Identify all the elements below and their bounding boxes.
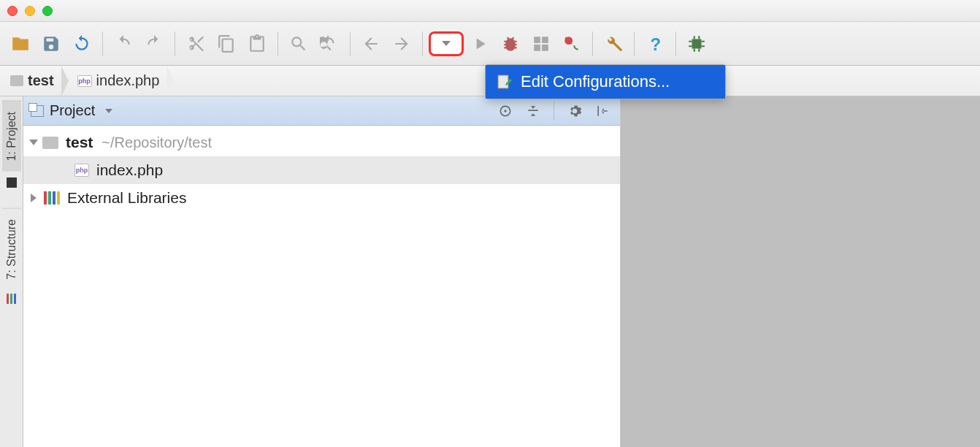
structure-icon	[7, 294, 16, 304]
chip-button[interactable]	[682, 29, 711, 58]
wrench-gear-icon	[604, 34, 623, 53]
breadcrumb-file[interactable]: php index.php	[72, 66, 167, 96]
php-file-icon: php	[74, 164, 89, 177]
paste-button[interactable]	[242, 29, 272, 58]
undo-button[interactable]	[109, 29, 138, 58]
folder-icon	[10, 75, 23, 86]
left-tool-strip: 1: Project 7: Structure	[0, 96, 23, 447]
replace-button[interactable]	[315, 29, 344, 58]
svg-point-5	[504, 110, 506, 112]
breadcrumb-label: test	[28, 72, 54, 89]
main-area: Project test ~/Repository/test php index…	[23, 96, 980, 447]
find-button[interactable]	[284, 29, 313, 58]
panel-settings-button[interactable]	[564, 101, 585, 121]
search-replace-icon	[320, 34, 339, 53]
scissors-icon	[186, 34, 205, 53]
tree-root-row[interactable]: test ~/Repository/test	[23, 129, 620, 156]
caret-down-icon	[442, 41, 451, 46]
toolbar-separator	[675, 31, 676, 56]
toolbar-separator	[102, 31, 103, 56]
debug-listen-button[interactable]	[557, 29, 586, 58]
tree-external-libs-row[interactable]: External Libraries	[23, 184, 620, 212]
coverage-icon	[532, 34, 551, 53]
toolbar-separator	[592, 31, 593, 56]
expand-arrow-icon[interactable]	[31, 194, 37, 202]
collapse-all-button[interactable]	[523, 101, 543, 121]
libraries-icon	[44, 191, 60, 205]
toolbar-separator	[350, 31, 351, 56]
run-configurations-dropdown[interactable]	[429, 31, 464, 56]
window-close-button[interactable]	[7, 6, 18, 16]
back-button[interactable]	[356, 29, 386, 58]
run-configurations-menu: Edit Configurations...	[485, 64, 726, 99]
paste-icon	[248, 34, 267, 53]
target-icon	[498, 104, 513, 118]
phone-bug-icon	[562, 34, 581, 53]
play-icon	[470, 34, 489, 53]
svg-rect-3	[498, 75, 508, 88]
collapse-icon	[526, 104, 540, 118]
locate-button[interactable]	[495, 101, 516, 121]
help-icon: ?	[646, 34, 665, 53]
project-icon	[31, 105, 44, 117]
window-maximize-button[interactable]	[42, 6, 53, 16]
refresh-icon	[72, 34, 91, 53]
toolbar-separator	[175, 31, 175, 56]
expand-arrow-icon[interactable]	[29, 140, 38, 145]
save-button[interactable]	[37, 29, 66, 58]
edit-configurations-item[interactable]: Edit Configurations...	[486, 65, 725, 99]
arrow-left-icon	[361, 34, 380, 53]
svg-text:?: ?	[651, 34, 662, 53]
cut-button[interactable]	[181, 29, 210, 58]
help-button[interactable]: ?	[640, 29, 670, 58]
sync-button[interactable]	[67, 29, 96, 58]
redo-button[interactable]	[139, 29, 169, 58]
hide-panel-button[interactable]	[592, 101, 613, 121]
folder-open-icon	[11, 34, 30, 53]
toolbar-separator	[422, 31, 423, 56]
breadcrumb-root[interactable]: test	[4, 66, 61, 96]
project-panel-header: Project	[23, 96, 620, 126]
caret-down-icon	[105, 109, 112, 113]
search-icon	[289, 34, 308, 53]
php-file-icon: php	[77, 75, 92, 87]
toolbar-separator	[634, 31, 635, 56]
cpu-icon	[687, 34, 706, 53]
breadcrumb-label: index.php	[96, 72, 160, 89]
forward-button[interactable]	[387, 29, 416, 58]
edit-configurations-label: Edit Configurations...	[521, 72, 670, 91]
save-icon	[42, 34, 61, 53]
project-view-selector[interactable]: Project	[31, 102, 112, 119]
project-tool-tab[interactable]: 1: Project	[2, 101, 21, 172]
copy-button[interactable]	[212, 29, 241, 58]
toolbar-separator	[277, 31, 278, 56]
project-panel: Project test ~/Repository/test php index…	[23, 96, 621, 447]
minimize-icon[interactable]	[7, 172, 17, 194]
main-toolbar: ? Edit Configurations...	[0, 22, 980, 66]
editor-area	[621, 96, 980, 447]
folder-icon	[42, 137, 58, 149]
gear-icon	[567, 104, 582, 118]
undo-icon	[114, 34, 133, 53]
titlebar	[0, 0, 980, 22]
settings-button[interactable]	[599, 29, 628, 58]
window-minimize-button[interactable]	[25, 6, 35, 16]
structure-tool-tab[interactable]: 7: Structure	[2, 208, 21, 290]
svg-rect-2	[692, 39, 702, 48]
arrow-right-icon	[392, 34, 411, 53]
redo-icon	[145, 34, 164, 53]
coverage-button[interactable]	[527, 29, 556, 58]
copy-icon	[217, 34, 236, 53]
bug-icon	[501, 34, 520, 53]
edit-page-icon	[496, 73, 513, 91]
header-separator	[554, 102, 554, 120]
project-tree[interactable]: test ~/Repository/test php index.php Ext…	[23, 126, 620, 447]
tree-file-row[interactable]: php index.php	[23, 156, 620, 184]
open-file-button[interactable]	[6, 29, 35, 58]
run-button[interactable]	[465, 29, 494, 58]
debug-button[interactable]	[496, 29, 525, 58]
hide-icon	[595, 104, 610, 118]
